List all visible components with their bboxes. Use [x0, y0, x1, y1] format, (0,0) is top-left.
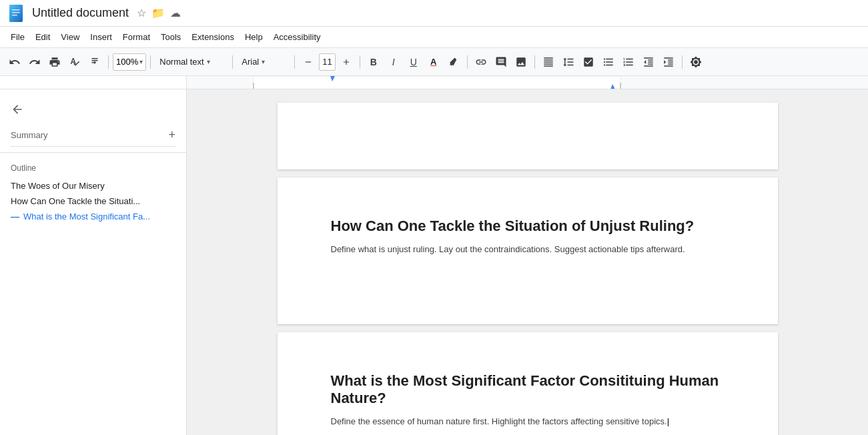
separator-1 — [108, 55, 109, 69]
highlight-button[interactable] — [444, 53, 463, 71]
summary-label: Summary — [11, 130, 48, 140]
bold-button[interactable]: B — [364, 53, 383, 71]
cloud-icon[interactable]: ☁ — [170, 7, 181, 19]
menu-extensions[interactable]: Extensions — [186, 29, 240, 45]
document-page-2[interactable]: How Can One Tackle the Situation of Unju… — [278, 177, 778, 324]
image-button[interactable] — [512, 53, 530, 71]
indent-decrease-button[interactable] — [639, 53, 658, 71]
font-size-decrease[interactable] — [299, 53, 318, 71]
font-size-increase[interactable] — [337, 53, 356, 71]
indent-increase-button[interactable] — [659, 53, 678, 71]
font-selector[interactable]: Arial ▾ — [237, 53, 290, 71]
separator-8 — [682, 55, 683, 69]
body-3: Define the essence of human nature first… — [331, 415, 725, 429]
star-icon[interactable]: ☆ — [137, 7, 146, 19]
spellcheck-button[interactable] — [65, 53, 84, 71]
font-size-display[interactable]: 11 — [319, 53, 335, 71]
font-color-button[interactable]: A — [424, 53, 443, 71]
heading-3: What is the Most Significant Factor Cons… — [331, 372, 725, 407]
summary-add-button[interactable]: + — [168, 129, 175, 141]
svg-rect-4 — [12, 15, 17, 16]
toolbar: 100% ▾ Normal text ▾ Arial ▾ 11 B — [0, 48, 868, 76]
underline-button[interactable]: U — [404, 53, 423, 71]
outline-item-3[interactable]: — What is the Most Significant Fa... — [11, 209, 175, 224]
separator-5 — [360, 55, 360, 69]
menu-accessibility[interactable]: Accessibility — [268, 29, 326, 45]
separator-3 — [232, 55, 233, 69]
menu-help[interactable]: Help — [240, 29, 268, 45]
italic-button[interactable]: I — [384, 53, 403, 71]
svg-rect-3 — [12, 12, 20, 13]
svg-rect-2 — [12, 9, 20, 11]
zoom-selector[interactable]: 100% ▾ — [113, 53, 146, 71]
align-button[interactable] — [539, 53, 558, 71]
svg-rect-1 — [9, 5, 23, 22]
menu-format[interactable]: Format — [117, 29, 155, 45]
ruler — [0, 76, 868, 89]
doc-icon — [8, 4, 27, 23]
outline-label: Outline — [11, 163, 175, 173]
separator-7 — [534, 55, 535, 69]
line-spacing-button[interactable] — [559, 53, 578, 71]
comment-button[interactable] — [492, 53, 510, 71]
document-title[interactable]: Untitled document — [32, 6, 129, 20]
undo-button[interactable] — [5, 53, 24, 71]
document-page-1 — [278, 103, 778, 169]
separator-6 — [467, 55, 468, 69]
folder-icon[interactable]: 📁 — [151, 7, 165, 19]
summary-section: Summary + — [0, 123, 186, 153]
outline-item-2-text: How Can One Tackle the Situati... — [11, 196, 140, 206]
outline-item-1-text: The Woes of Our Misery — [11, 181, 105, 191]
menu-edit[interactable]: Edit — [30, 29, 55, 45]
document-area[interactable]: How Can One Tackle the Situation of Unju… — [187, 89, 868, 435]
sidebar: Summary + Outline The Woes of Our Misery… — [0, 89, 187, 435]
sidebar-back-button[interactable] — [0, 97, 186, 123]
numbered-list-button[interactable] — [619, 53, 638, 71]
outline-item-3-dash: — — [11, 211, 19, 222]
outline-item-1[interactable]: The Woes of Our Misery — [11, 178, 175, 193]
clear-formatting-button[interactable] — [687, 53, 705, 71]
outline-section: Outline The Woes of Our Misery How Can O… — [0, 158, 186, 230]
svg-rect-6 — [254, 76, 620, 89]
document-page-3[interactable]: What is the Most Significant Factor Cons… — [278, 332, 778, 435]
paint-format-button[interactable] — [85, 53, 104, 71]
redo-button[interactable] — [25, 53, 44, 71]
bullet-list-button[interactable] — [599, 53, 618, 71]
outline-item-3-text: What is the Most Significant Fa... — [23, 211, 150, 222]
link-button[interactable] — [472, 53, 490, 71]
heading-2: How Can One Tackle the Situation of Unju… — [331, 218, 725, 235]
style-selector[interactable]: Normal text ▾ — [155, 53, 228, 71]
menu-insert[interactable]: Insert — [85, 29, 117, 45]
menu-file[interactable]: File — [5, 29, 30, 45]
menu-bar: File Edit View Insert Format Tools Exten… — [0, 27, 868, 48]
checklist-button[interactable] — [579, 53, 598, 71]
print-button[interactable] — [45, 53, 64, 71]
separator-2 — [150, 55, 151, 69]
separator-4 — [294, 55, 295, 69]
menu-tools[interactable]: Tools — [155, 29, 186, 45]
body-2: Define what is unjust ruling. Lay out th… — [331, 243, 725, 257]
outline-item-2[interactable]: How Can One Tackle the Situati... — [11, 193, 175, 209]
menu-view[interactable]: View — [55, 29, 85, 45]
